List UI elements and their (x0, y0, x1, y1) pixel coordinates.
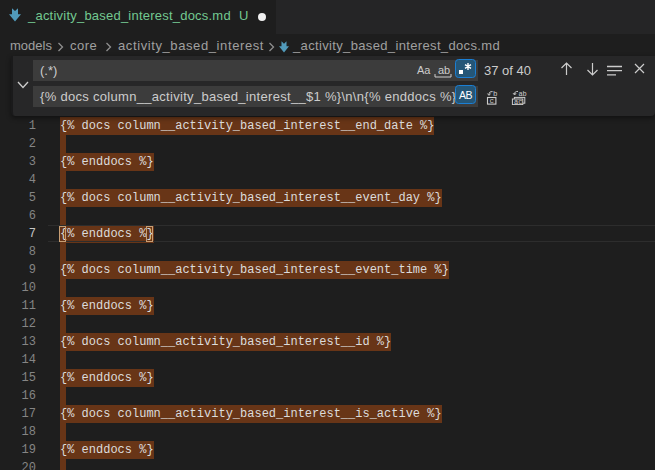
svg-text:c: c (490, 97, 495, 105)
svg-text:ab: ab (518, 90, 526, 98)
svg-text:ac: ac (514, 98, 522, 105)
